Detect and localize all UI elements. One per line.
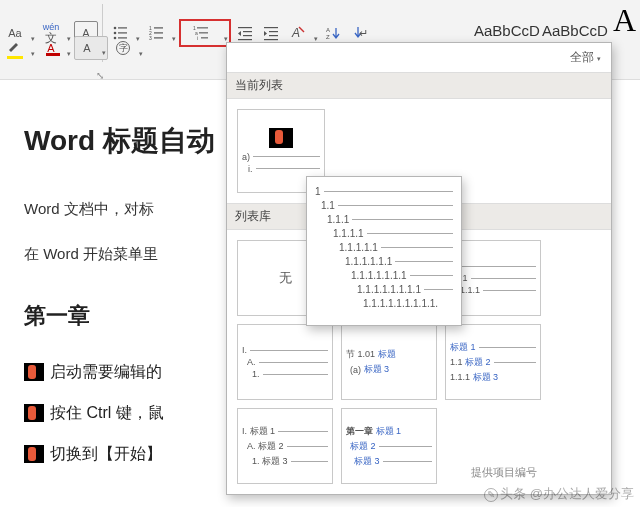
svg-rect-9: [154, 32, 163, 33]
svg-text:i: i: [197, 35, 198, 41]
svg-rect-18: [238, 27, 252, 28]
font-color-button[interactable]: A: [38, 36, 72, 60]
svg-text:↵: ↵: [359, 27, 367, 39]
svg-text:Z: Z: [326, 34, 330, 40]
indent-dec-icon: [237, 25, 253, 41]
svg-text:A: A: [326, 27, 330, 33]
svg-rect-25: [264, 39, 278, 40]
inline-image-icon: [24, 404, 44, 422]
list-style-item[interactable]: I. A. 1.: [237, 324, 333, 400]
svg-rect-19: [243, 31, 252, 32]
highlight-icon: [7, 39, 23, 55]
list-style-item[interactable]: 标题 1 1.1 标题 2 1.1.1 标题 3: [445, 324, 541, 400]
svg-point-0: [114, 27, 117, 30]
multilevel-list-highlight: 1ai: [179, 19, 231, 47]
multilevel-list-button[interactable]: 1ai: [181, 21, 229, 45]
svg-rect-24: [269, 35, 278, 36]
list-style-item[interactable]: 第一章 标题 1 标题 2 标题 3: [341, 408, 437, 484]
svg-rect-15: [199, 32, 208, 33]
highlight-color-button[interactable]: [2, 36, 36, 60]
style-sample: AaBbCcD: [542, 9, 608, 39]
svg-rect-17: [201, 37, 208, 38]
numbering-icon: 123: [148, 25, 164, 41]
dialog-launcher[interactable]: ⤡: [96, 70, 104, 81]
section-current-list: 当前列表: [227, 72, 611, 99]
list-style-item[interactable]: 节 1.01 标题 (a) 标题 3: [341, 324, 437, 400]
multilevel-preview-popover: 1 1.1 1.1.1 1.1.1.1 1.1.1.1.1 1.1.1.1.1.…: [306, 176, 462, 326]
svg-rect-13: [197, 27, 208, 28]
indent-inc-icon: [263, 25, 279, 41]
thumbnail-icon: [269, 128, 293, 148]
svg-rect-20: [243, 35, 252, 36]
svg-rect-22: [264, 27, 278, 28]
list-style-item[interactable]: 提供项目编号: [445, 408, 541, 484]
numbering-button[interactable]: 123: [143, 21, 177, 45]
svg-rect-1: [118, 27, 127, 28]
svg-rect-23: [269, 31, 278, 32]
svg-rect-21: [238, 39, 252, 40]
sort-icon: AZ: [325, 25, 341, 41]
svg-rect-3: [118, 32, 127, 33]
style-heading-sample[interactable]: A: [609, 2, 640, 39]
svg-text:3: 3: [149, 35, 152, 41]
clear-fmt-icon: A: [290, 25, 306, 41]
watermark-icon: ✎: [484, 488, 498, 502]
list-style-item[interactable]: I. 标题 1 A. 标题 2 1. 标题 3: [237, 408, 333, 484]
enclose-char-button[interactable]: 字: [110, 36, 144, 60]
watermark: ✎头条 @办公达人爱分享: [484, 485, 634, 503]
inline-image-icon: [24, 445, 44, 463]
char-shading-button[interactable]: A: [74, 36, 108, 60]
style-sample: AaBbCcD: [474, 9, 540, 39]
svg-point-2: [114, 32, 117, 35]
filter-all-dropdown[interactable]: 全部 ▾: [570, 49, 601, 66]
inline-image-icon: [24, 363, 44, 381]
pilcrow-icon: ↵: [351, 25, 367, 41]
svg-rect-11: [154, 37, 163, 38]
svg-rect-7: [154, 27, 163, 28]
multilevel-icon: 1ai: [193, 25, 209, 41]
svg-text:A: A: [291, 26, 300, 40]
